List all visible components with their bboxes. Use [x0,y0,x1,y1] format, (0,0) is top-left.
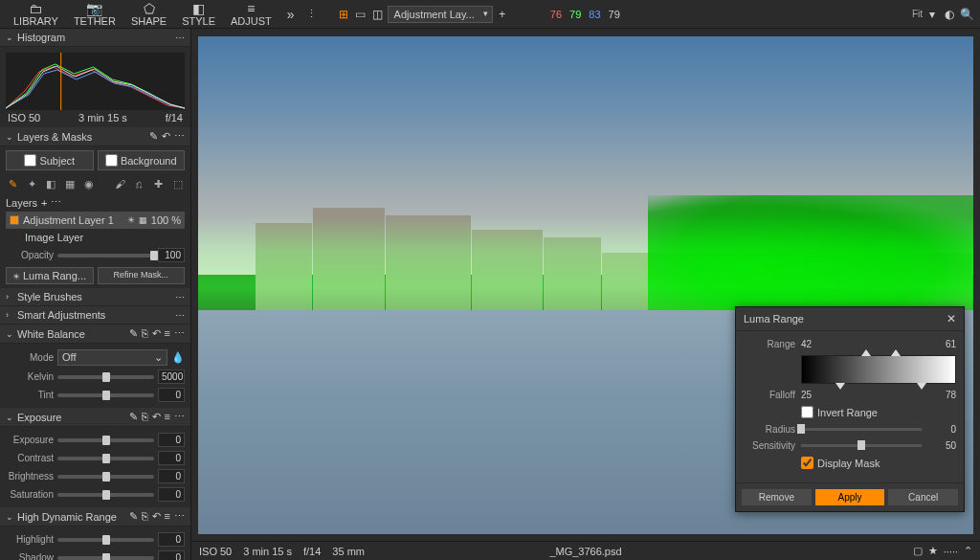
refine-mask-button[interactable]: Refine Mask... [98,267,186,284]
smart-adjustments-header[interactable]: › Smart Adjustments ⋯ [0,306,190,325]
panel-menu-icon[interactable]: ⋯ [174,327,185,340]
panel-menu-icon[interactable]: ⋯ [174,411,185,423]
color-tag-icon[interactable]: ····· [944,546,958,557]
falloff-high-value[interactable]: 78 [927,390,956,400]
saturation-slider[interactable] [57,493,154,497]
layer-adjustment-1[interactable]: Adjustment Layer 1 ☀ ▦ 100 % [6,212,185,229]
invert-range-checkbox[interactable]: Invert Range [801,406,956,418]
copy-icon[interactable]: ⎘ [142,327,148,340]
zoom-fit-label[interactable]: Fit [912,9,923,19]
mask-tool-icon[interactable]: ⬚ [171,177,185,190]
clone-icon[interactable]: ⎌ [133,177,146,190]
wb-mode-dropdown[interactable]: Off⌄ [57,349,167,366]
preset-icon[interactable]: ≡ [165,510,170,523]
remove-button[interactable]: Remove [742,489,812,505]
layer-image[interactable]: Image Layer [6,229,185,246]
layers-masks-header[interactable]: ⌄ Layers & Masks ✎ ↶ ⋯ [0,127,190,146]
linear-gradient-icon[interactable]: ▦ [63,177,77,190]
style-brushes-header[interactable]: › Style Brushes ⋯ [0,288,190,306]
highlight-slider[interactable] [57,538,154,542]
sun-icon[interactable]: ☀ [127,215,135,225]
undo-icon[interactable]: ↶ [162,130,170,143]
preset-icon[interactable]: ≡ [165,327,170,340]
add-tool-icon[interactable]: + [495,7,510,22]
reset-icon[interactable]: ↶ [152,411,161,423]
tab-shape[interactable]: ⬠SHAPE [123,0,174,29]
topbar-menu-icon[interactable]: ⋮ [302,8,321,20]
close-icon[interactable]: ✕ [947,312,956,325]
single-view-icon[interactable]: ▭ [353,7,368,22]
radius-value[interactable]: 0 [927,424,956,435]
edit-icon[interactable]: ✎ [129,411,138,423]
radial-gradient-icon[interactable]: ◉ [82,177,96,190]
rating-star-icon[interactable]: ★ [928,545,938,557]
display-mask-checkbox[interactable]: Display Mask [801,457,956,469]
image-canvas[interactable]: Luma Range ✕ Range 42 61 [191,29,980,541]
luma-gradient-selector[interactable] [801,355,956,384]
wb-picker-icon[interactable]: 💧 [171,351,185,364]
falloff-low-value[interactable]: 25 [801,390,830,400]
tab-library[interactable]: 🗀LIBRARY [6,0,66,29]
contrast-slider[interactable] [57,457,154,460]
crop-icon[interactable]: ▢ [913,545,923,557]
range-low-value[interactable]: 42 [801,339,830,349]
zoom-dropdown-icon[interactable]: ▾ [924,7,940,22]
eraser-icon[interactable]: ◧ [44,177,57,190]
mask-icon[interactable]: ▦ [139,215,147,225]
kelvin-slider[interactable] [57,375,154,379]
copy-icon[interactable]: ⎘ [142,411,148,423]
tab-style[interactable]: ◧STYLE [174,0,223,29]
radius-slider[interactable] [801,428,922,431]
opacity-slider[interactable] [57,254,154,258]
reset-icon[interactable]: ↶ [152,327,161,340]
brightness-slider[interactable] [57,475,154,479]
grid-view-icon[interactable]: ⊞ [336,7,351,22]
tab-tether[interactable]: 📷TETHER [66,0,123,29]
sensitivity-value[interactable]: 50 [927,440,956,451]
preset-icon[interactable]: ≡ [165,411,170,423]
search-icon[interactable]: 🔍 [959,7,974,22]
more-tabs-chevron[interactable]: » [281,7,301,22]
reset-icon[interactable]: ↶ [152,510,161,523]
apply-button[interactable]: Apply [815,489,885,505]
add-layer-icon[interactable]: + [41,197,47,209]
tint-value[interactable]: 0 [158,388,185,402]
tab-adjust[interactable]: ≡ADJUST [223,0,279,29]
range-high-value[interactable]: 61 [927,339,956,349]
edit-icon[interactable]: ✎ [129,327,138,340]
shadow-slider[interactable] [57,556,154,560]
tint-slider[interactable] [57,393,154,397]
panel-menu-icon[interactable]: ⋯ [174,130,185,143]
cursor-tool-dropdown[interactable]: Adjustment Lay... [388,6,493,23]
panel-menu-icon[interactable]: ⋯ [174,510,185,523]
layers-menu-icon[interactable]: ⋯ [51,196,61,209]
cancel-button[interactable]: Cancel [888,489,958,505]
kelvin-value[interactable]: 5000 [158,370,185,384]
compare-view-icon[interactable]: ◫ [370,7,386,22]
histogram-header[interactable]: ⌄ Histogram ⋯ [0,29,190,47]
chevron-up-icon[interactable]: ⌃ [964,545,972,557]
edit-icon[interactable]: ✎ [129,510,138,523]
panel-menu-icon[interactable]: ⋯ [175,310,185,321]
exposure-header[interactable]: ⌄ Exposure ✎ ⎘ ↶ ≡ ⋯ [0,408,190,427]
magic-brush-icon[interactable]: ✦ [25,177,38,190]
sensitivity-slider[interactable] [801,444,922,447]
white-balance-header[interactable]: ⌄ White Balance ✎ ⎘ ↶ ≡ ⋯ [0,325,190,344]
hdr-header[interactable]: ⌄ High Dynamic Range ✎ ⎘ ↶ ≡ ⋯ [0,507,190,526]
before-after-icon[interactable]: ◐ [942,7,957,22]
layer-visible-checkbox[interactable] [10,215,19,225]
panel-menu-icon[interactable]: ⋯ [175,292,185,302]
mask-tools-row: ✎ ✦ ◧ ▦ ◉ 🖌 ⎌ ✚ ⬚ [6,174,185,193]
background-mask-button[interactable]: Background [98,150,186,170]
luma-range-button[interactable]: ☀ Luma Rang... [6,267,94,284]
subject-mask-button[interactable]: Subject [6,150,94,170]
paint-icon[interactable]: 🖌 [114,177,127,190]
brush-icon[interactable]: ✎ [6,177,19,190]
opacity-value[interactable]: 100 [158,248,185,262]
workspace-tabs: 🗀LIBRARY 📷TETHER ⬠SHAPE ◧STYLE ≡ADJUST [6,0,279,29]
heal-icon[interactable]: ✚ [152,177,166,190]
edit-icon[interactable]: ✎ [149,130,158,143]
panel-menu-icon[interactable]: ⋯ [175,33,185,43]
exposure-slider[interactable] [57,438,154,442]
copy-icon[interactable]: ⎘ [142,510,148,523]
